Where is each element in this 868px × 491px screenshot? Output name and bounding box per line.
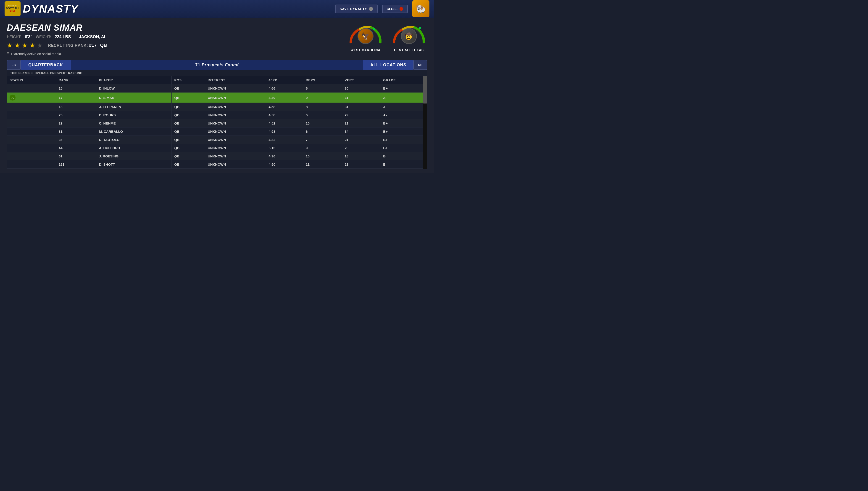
table-header: STATUS RANK PLAYER POS INTEREST 40YD REP… bbox=[7, 76, 427, 84]
table-row[interactable]: A17D. SIMARQBUNKNOWN4.39931A bbox=[7, 92, 427, 103]
central-texas-logo: 🤠 bbox=[401, 28, 417, 44]
cell-grade: B+ bbox=[380, 136, 427, 144]
cell-grade: A bbox=[380, 92, 427, 103]
logo-year: 2019 bbox=[10, 10, 15, 12]
scrollbar-track[interactable] bbox=[423, 76, 427, 169]
cell-status bbox=[7, 111, 56, 119]
col-interest: INTEREST bbox=[205, 76, 266, 84]
cell-interest: UNKNOWN bbox=[205, 111, 266, 119]
star-5: ★ bbox=[37, 41, 43, 49]
cell-rank: 15 bbox=[56, 84, 96, 92]
cell-interest: UNKNOWN bbox=[205, 144, 266, 152]
rank-info: RECRUITING RANK: #17 QB bbox=[48, 43, 107, 48]
table-row[interactable]: 15D. INLOWQBUNKNOWN4.66630B+ bbox=[7, 84, 427, 92]
save-dynasty-label: SAVE DYNASTY bbox=[340, 7, 367, 11]
cell-player: J. ROESING bbox=[96, 152, 172, 161]
cell-40yd: 4.66 bbox=[266, 84, 303, 92]
cell-player: D. SHOTT bbox=[96, 161, 172, 169]
cell-reps: 9 bbox=[303, 92, 342, 103]
cell-reps: 10 bbox=[303, 119, 342, 127]
table-row[interactable]: 36D. TAUTOLOQBUNKNOWN4.82721B+ bbox=[7, 136, 427, 144]
col-pos: POS bbox=[172, 76, 205, 84]
cell-vert: 18 bbox=[342, 152, 380, 161]
prev-position-button[interactable]: LB bbox=[7, 60, 21, 70]
cell-grade: A bbox=[380, 103, 427, 111]
table-row[interactable]: 44A. HUFFORDQBUNKNOWN5.13920B+ bbox=[7, 144, 427, 152]
cell-interest: UNKNOWN bbox=[205, 103, 266, 111]
star-3: ★ bbox=[22, 41, 28, 49]
cell-vert: 31 bbox=[342, 92, 380, 103]
filter-bar: LB QUARTERBACK 71 Prospects Found ALL LO… bbox=[7, 60, 427, 70]
cell-pos: QB bbox=[172, 127, 205, 136]
save-dynasty-button[interactable]: SAVE DYNASTY bbox=[335, 5, 378, 13]
scrollbar-thumb[interactable] bbox=[423, 76, 427, 104]
cell-vert: 29 bbox=[342, 111, 380, 119]
cell-reps: 11 bbox=[303, 161, 342, 169]
cell-reps: 10 bbox=[303, 152, 342, 161]
cell-interest: UNKNOWN bbox=[205, 161, 266, 169]
col-rank: RANK bbox=[56, 76, 96, 84]
player-stats-line: HEIGHT: 6'3" WEIGHT: 224 LBS JACKSON, AL bbox=[7, 34, 347, 39]
cell-vert: 30 bbox=[342, 84, 380, 92]
cell-40yd: 4.58 bbox=[266, 103, 303, 111]
position-filter[interactable]: QUARTERBACK bbox=[21, 60, 71, 70]
cell-vert: 20 bbox=[342, 144, 380, 152]
cell-40yd: 4.52 bbox=[266, 119, 303, 127]
logo-area: MAXIMUM FOOTBALL 2019 DYNASTY bbox=[5, 1, 78, 16]
cell-rank: 25 bbox=[56, 111, 96, 119]
col-reps: REPS bbox=[303, 76, 342, 84]
player-quote: ❝ Extremely active on social media. bbox=[7, 51, 347, 56]
table-row[interactable]: 61J. ROESINGQBUNKNOWN4.961018B bbox=[7, 152, 427, 161]
col-status: STATUS bbox=[7, 76, 56, 84]
cell-rank: 29 bbox=[56, 119, 96, 127]
cell-player: D. TAUTOLO bbox=[96, 136, 172, 144]
cell-rank: 61 bbox=[56, 152, 96, 161]
close-label: CLOSE bbox=[387, 7, 398, 11]
save-icon bbox=[369, 7, 373, 11]
cell-40yd: 4.39 bbox=[266, 92, 303, 103]
cell-interest: UNKNOWN bbox=[205, 152, 266, 161]
next-position-button[interactable]: RB bbox=[413, 60, 427, 70]
cell-pos: QB bbox=[172, 92, 205, 103]
cell-reps: 9 bbox=[303, 144, 342, 152]
cell-grade: B+ bbox=[380, 119, 427, 127]
table-row[interactable]: 31M. CARBALLOQBUNKNOWN4.98634B+ bbox=[7, 127, 427, 136]
cell-pos: QB bbox=[172, 144, 205, 152]
table-row[interactable]: 18J. LEPPANENQBUNKNOWN4.58831A bbox=[7, 103, 427, 111]
cell-40yd: 5.13 bbox=[266, 144, 303, 152]
cell-rank: 161 bbox=[56, 161, 96, 169]
cell-40yd: 4.58 bbox=[266, 111, 303, 119]
ranking-note: THIS PLAYER'S OVERALL PROSPECT RANKING. bbox=[7, 70, 427, 76]
close-icon bbox=[400, 7, 403, 11]
rank-number: #17 bbox=[89, 43, 97, 48]
mascot-avatar: 🐏 bbox=[412, 0, 429, 17]
cell-pos: QB bbox=[172, 152, 205, 161]
quote-text: Extremely active on social media. bbox=[11, 52, 62, 56]
cell-rank: 36 bbox=[56, 136, 96, 144]
cell-player: D. SIMAR bbox=[96, 92, 172, 103]
cell-player: A. HUFFORD bbox=[96, 144, 172, 152]
col-grade: GRADE bbox=[380, 76, 427, 84]
app-header: MAXIMUM FOOTBALL 2019 DYNASTY SAVE DYNAS… bbox=[0, 0, 434, 18]
cell-status bbox=[7, 127, 56, 136]
height-label: HEIGHT: bbox=[7, 35, 22, 39]
cell-interest: UNKNOWN bbox=[205, 136, 266, 144]
table-row[interactable]: 161D. SHOTTQBUNKNOWN4.501123B bbox=[7, 161, 427, 169]
prospects-table: STATUS RANK PLAYER POS INTEREST 40YD REP… bbox=[7, 76, 427, 169]
cell-grade: B bbox=[380, 152, 427, 161]
table-row[interactable]: 29C. NEHMEQBUNKNOWN4.521021B+ bbox=[7, 119, 427, 127]
logo-football: FOOTBALL bbox=[6, 7, 20, 10]
location-filter[interactable]: ALL LOCATIONS bbox=[363, 60, 413, 70]
cell-reps: 7 bbox=[303, 136, 342, 144]
cell-interest: UNKNOWN bbox=[205, 84, 266, 92]
table-row[interactable]: 25D. ROHRSQBUNKNOWN4.58629A- bbox=[7, 111, 427, 119]
cell-pos: QB bbox=[172, 103, 205, 111]
close-button[interactable]: CLOSE bbox=[382, 5, 408, 13]
cell-reps: 6 bbox=[303, 127, 342, 136]
west-carolina-gauge: 🦅 WEST CAROLINA bbox=[347, 23, 384, 52]
prospects-count: 71 bbox=[195, 63, 200, 67]
main-content: DAESEAN SIMAR HEIGHT: 6'3" WEIGHT: 224 L… bbox=[0, 18, 434, 173]
cell-interest: UNKNOWN bbox=[205, 119, 266, 127]
player-position: QB bbox=[100, 43, 107, 48]
cell-vert: 34 bbox=[342, 127, 380, 136]
